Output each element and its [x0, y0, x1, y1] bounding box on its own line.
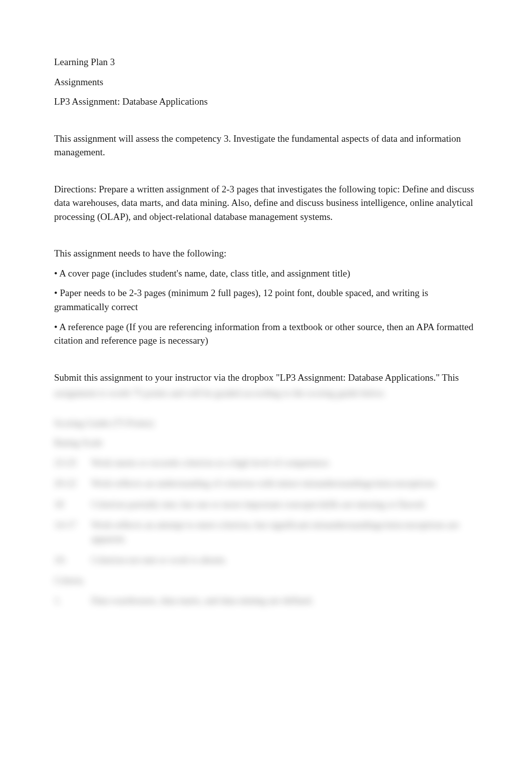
- rating-points: 20-22: [54, 476, 91, 490]
- rating-desc: Work reflects an attempt to meet criteri…: [91, 518, 478, 546]
- rating-points: 23-25: [54, 456, 91, 470]
- criteria-num: 1.: [54, 594, 91, 608]
- heading-assignments: Assignments: [54, 75, 478, 89]
- criteria-desc: Data warehouses, data marts, and data mi…: [91, 594, 478, 608]
- rating-points: 18: [54, 497, 91, 511]
- heading-assignment-title: LP3 Assignment: Database Applications: [54, 95, 478, 109]
- blurred-content: assignment is worth 75 points and will b…: [54, 386, 478, 607]
- rating-scale-label: Rating Scale: [54, 436, 478, 450]
- rating-row: 14-17 Work reflects an attempt to meet c…: [54, 518, 478, 546]
- heading-learning-plan: Learning Plan 3: [54, 55, 478, 69]
- rating-points: 14-17: [54, 518, 91, 546]
- rating-desc: Work reflects an understanding of criter…: [91, 476, 478, 490]
- rating-row: 10- Criterion not met or work is absent.: [54, 553, 478, 567]
- scoring-guide-title: Scoring Guide (75 Points): [54, 416, 478, 430]
- rating-row: 18 Criterion partially met, but one or m…: [54, 497, 478, 511]
- criteria-label: Criteria: [54, 574, 478, 588]
- submit-text-visible: Submit this assignment to your instructo…: [54, 371, 478, 385]
- rating-row: 20-22 Work reflects an understanding of …: [54, 476, 478, 490]
- bullet-formatting: • Paper needs to be 2-3 pages (minimum 2…: [54, 286, 478, 314]
- criteria-row: 1. Data warehouses, data marts, and data…: [54, 594, 478, 608]
- submit-text-rest: assignment is worth 75 points and will b…: [54, 386, 478, 400]
- directions-text: Directions: Prepare a written assignment…: [54, 182, 478, 224]
- bullet-cover-page: • A cover page (includes student's name,…: [54, 267, 478, 281]
- rating-points: 10-: [54, 553, 91, 567]
- rating-row: 23-25 Work meets or exceeds criterion at…: [54, 456, 478, 470]
- rating-desc: Criterion partially met, but one or more…: [91, 497, 478, 511]
- rating-desc: Work meets or exceeds criterion at a hig…: [91, 456, 478, 470]
- rating-desc: Criterion not met or work is absent.: [91, 553, 478, 567]
- bullet-reference-page: • A reference page (If you are referenci…: [54, 320, 478, 348]
- needs-intro: This assignment needs to have the follow…: [54, 246, 478, 260]
- competency-text: This assignment will assess the competen…: [54, 132, 478, 159]
